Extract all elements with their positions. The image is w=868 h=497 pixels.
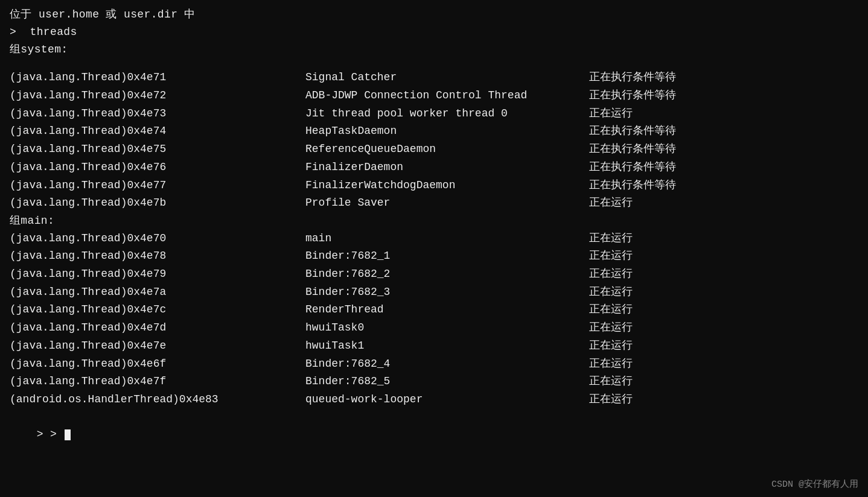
header-line: 位于 user.home 或 user.dir 中 (10, 6, 858, 24)
thread-row: (java.lang.Thread)0x4e75 ReferenceQueueD… (10, 141, 858, 159)
thread-row: (java.lang.Thread)0x4e76 FinalizerDaemon… (10, 159, 858, 177)
thread-row: (java.lang.Thread)0x4e7d hwuiTask0 正在运行 (10, 319, 858, 337)
thread-row: (java.lang.Thread)0x4e7a Binder:7682_3 正… (10, 283, 858, 302)
terminal-window: 位于 user.home 或 user.dir 中 > threads 组sys… (0, 0, 868, 497)
thread-row: (java.lang.Thread)0x4e77 FinalizerWatchd… (10, 177, 858, 195)
thread-row: (java.lang.Thread)0x4e7c RenderThread 正在… (10, 301, 858, 319)
command-line: > threads (10, 24, 858, 41)
thread-row: (java.lang.Thread)0x4e74 HeapTaskDaemon … (10, 122, 858, 141)
thread-row: (java.lang.Thread)0x4e72 ADB-JDWP Connec… (10, 87, 858, 105)
thread-row: (java.lang.Thread)0x4e71 Signal Catcher … (10, 69, 858, 87)
thread-row: (java.lang.Thread)0x4e7f Binder:7682_5 正… (10, 373, 858, 391)
thread-row: (java.lang.Thread)0x4e6f Binder:7682_4 正… (10, 355, 858, 373)
watermark-text: CSDN @安仔都有人用 (771, 478, 858, 490)
group-system-header: 组system: (10, 41, 858, 59)
thread-row: (java.lang.Thread)0x4e70 main 正在运行 (10, 230, 858, 248)
prompt-line: > > (10, 409, 858, 461)
blank-spacer (10, 58, 858, 69)
thread-row: (java.lang.Thread)0x4e73 Jit thread pool… (10, 105, 858, 123)
thread-row: (java.lang.Thread)0x4e79 Binder:7682_2 正… (10, 265, 858, 283)
thread-row: (java.lang.Thread)0x4e78 Binder:7682_1 正… (10, 247, 858, 265)
thread-row: (java.lang.Thread)0x4e7e hwuiTask1 正在运行 (10, 337, 858, 355)
cursor (65, 429, 71, 440)
thread-row: (android.os.HandlerThread)0x4e83 queued-… (10, 391, 858, 409)
group-main-header: 组main: (10, 212, 858, 230)
thread-row: (java.lang.Thread)0x4e7b Profile Saver 正… (10, 194, 858, 212)
